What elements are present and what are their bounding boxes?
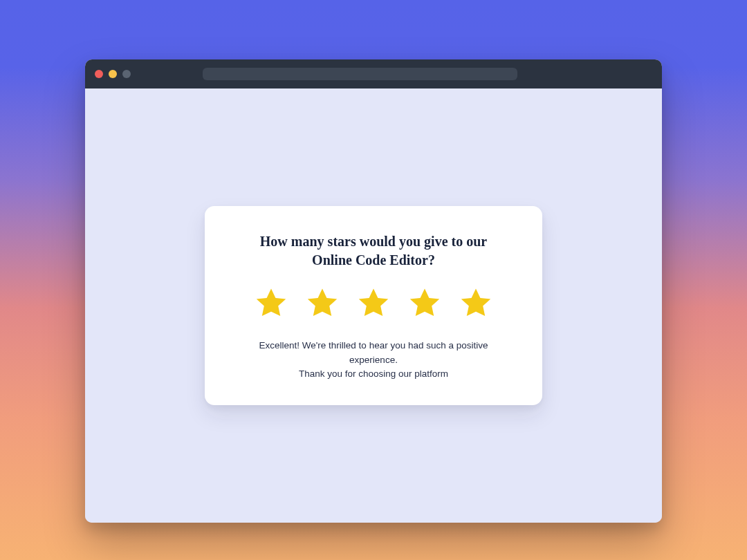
rating-card: How many stars would you give to our Onl…	[205, 206, 542, 406]
traffic-light-close-icon[interactable]	[95, 70, 103, 78]
star-5[interactable]	[458, 285, 494, 321]
star-rating	[232, 285, 515, 321]
star-icon	[253, 285, 289, 321]
star-icon	[407, 285, 443, 321]
address-bar[interactable]	[203, 68, 517, 80]
star-icon	[304, 285, 340, 321]
star-1[interactable]	[253, 285, 289, 321]
browser-window: How many stars would you give to our Onl…	[85, 59, 662, 523]
rating-heading: How many stars would you give to our Onl…	[232, 232, 515, 270]
star-2[interactable]	[304, 285, 340, 321]
star-4[interactable]	[407, 285, 443, 321]
rating-message: Excellent! We're thrilled to hear you ha…	[232, 339, 515, 382]
traffic-light-zoom-icon[interactable]	[122, 70, 131, 78]
traffic-light-minimize-icon[interactable]	[109, 70, 117, 78]
window-titlebar	[85, 59, 662, 88]
browser-viewport: How many stars would you give to our Onl…	[85, 88, 662, 523]
star-icon	[356, 285, 391, 321]
star-3[interactable]	[356, 285, 391, 321]
star-icon	[458, 285, 494, 321]
